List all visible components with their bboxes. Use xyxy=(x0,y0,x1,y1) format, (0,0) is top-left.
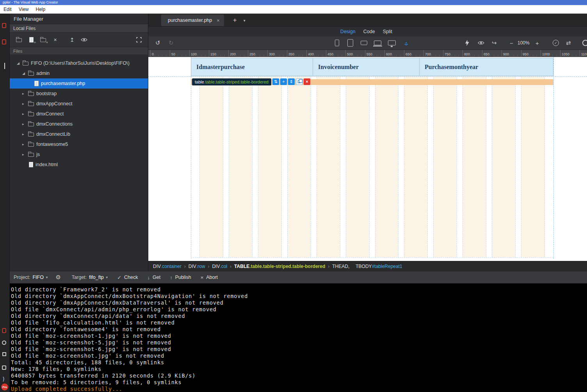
delete-file-button[interactable]: × xyxy=(49,35,61,45)
breadcrumb-div[interactable]: DIV.col xyxy=(212,264,227,269)
tab-purchasemaster-php[interactable]: purchasemaster.php × xyxy=(161,14,224,26)
menu-item-edit[interactable]: Edit xyxy=(0,5,15,14)
design-canvas[interactable]: IdmasterpurchaseInvoicenumberPurchasemon… xyxy=(148,57,587,261)
validate-icon[interactable]: ✓ xyxy=(553,40,559,46)
new-folder-button[interactable]: + xyxy=(37,35,49,45)
table-header-cell-purchasemonthyear[interactable]: Purchasemonthyear xyxy=(420,58,553,76)
collapsed-arrow-icon[interactable]: ▸ xyxy=(22,132,28,136)
breadcrumb-div[interactable]: DIV.container xyxy=(153,264,181,269)
folder-icon xyxy=(28,143,34,147)
get-button[interactable]: ↓Get xyxy=(147,275,160,280)
project-selector[interactable]: Project: FIFO ▾ xyxy=(14,275,48,280)
tab-close-icon[interactable]: × xyxy=(217,18,220,23)
redo-icon[interactable]: ↻ xyxy=(169,39,174,46)
tree-item-dmxconnect[interactable]: ▸dmxConnect xyxy=(10,109,148,119)
element-badge[interactable]: table.table.table-striped.table-bordered xyxy=(192,78,271,85)
table-header-cell-invoicenumber[interactable]: Invoicenumber xyxy=(313,58,420,76)
tree-item-label: js xyxy=(36,152,40,157)
tablet-icon[interactable] xyxy=(347,39,353,47)
dock-icon-fragment[interactable] xyxy=(2,328,6,333)
collapsed-arrow-icon[interactable]: ▸ xyxy=(22,142,28,146)
table-header-row[interactable]: IdmasterpurchaseInvoicenumberPurchasemon… xyxy=(191,58,553,76)
tree-item-fontawesome5[interactable]: ▸fontawesome5 xyxy=(10,139,148,149)
collapsed-arrow-icon[interactable]: ▸ xyxy=(22,112,28,116)
table-header-cell-idmasterpurchase[interactable]: Idmasterpurchase xyxy=(191,58,313,76)
tree-item-js[interactable]: ▸js xyxy=(10,149,148,160)
breadcrumb-thead[interactable]: THEAD, xyxy=(332,264,349,269)
new-file-button[interactable]: + xyxy=(25,35,37,45)
dock-icon-fragment[interactable]: } xyxy=(3,376,4,381)
new-tab-button[interactable]: + xyxy=(230,14,240,26)
view-mode-split[interactable]: Split xyxy=(379,29,396,34)
view-mode-code[interactable]: Code xyxy=(359,29,379,34)
fullscreen-icon[interactable] xyxy=(133,35,145,45)
breadcrumb-div[interactable]: DIV.row xyxy=(189,264,205,269)
breadcrumb-table[interactable]: TABLE.table.table-striped.table-bordered xyxy=(234,264,325,269)
expanded-arrow-icon[interactable]: ◢ xyxy=(17,61,23,65)
local-files-header[interactable]: Local Files xyxy=(10,24,148,33)
collapsed-arrow-icon[interactable]: ▸ xyxy=(22,153,28,156)
laptop-icon[interactable] xyxy=(374,41,381,45)
phone-landscape-icon[interactable] xyxy=(361,41,367,45)
clipped-toolbar-icon xyxy=(582,40,587,46)
zoom-level[interactable]: 100% xyxy=(518,40,530,46)
folder-icon xyxy=(28,92,34,96)
ruler-tick-label: 50 xyxy=(171,52,175,56)
stretch-button[interactable]: ⇕ xyxy=(288,78,295,85)
ruler-tick: 450 xyxy=(326,50,333,57)
tree-item-dmxconnections[interactable]: ▸dmxConnections xyxy=(10,119,148,129)
dock-icon-fragment[interactable] xyxy=(2,23,6,28)
undo-icon[interactable]: ↺ xyxy=(155,39,160,46)
tree-item-label: dmxConnect xyxy=(36,111,64,117)
expanded-arrow-icon[interactable]: ◢ xyxy=(22,71,28,75)
tree-item-admin[interactable]: ◢admin xyxy=(10,68,148,78)
collapsed-arrow-icon[interactable]: ▸ xyxy=(22,122,28,126)
move-vertical-icon: ↕ xyxy=(405,40,408,46)
open-folder-icon xyxy=(23,62,28,66)
insert-button[interactable]: + xyxy=(280,78,287,85)
delete-button[interactable]: × xyxy=(304,78,310,85)
tab-list-caret-icon[interactable]: ▾ xyxy=(240,14,249,26)
preview-eye-icon[interactable] xyxy=(78,35,90,45)
view-mode-design[interactable]: Design xyxy=(336,29,359,34)
open-in-browser-icon[interactable]: ↪ xyxy=(492,39,497,46)
preview-eye-icon[interactable] xyxy=(478,41,484,45)
dock-icon-fragment[interactable] xyxy=(2,341,6,345)
collapsed-arrow-icon[interactable]: ▸ xyxy=(22,102,28,106)
check-button[interactable]: ✓Check xyxy=(117,275,138,280)
upload-file-button[interactable]: ↥ xyxy=(66,35,78,45)
tree-item-dmxappconnect[interactable]: ▸dmxAppConnect xyxy=(10,99,148,109)
sync-icon[interactable]: ⇄ xyxy=(566,39,571,46)
zoom-in-icon[interactable]: + xyxy=(535,40,539,46)
tree-item-dmxconnectlib[interactable]: ▸dmxConnectLib xyxy=(10,129,148,139)
dock-icon-fragment[interactable] xyxy=(2,39,6,44)
collapsed-arrow-icon[interactable]: ▸ xyxy=(22,92,28,96)
target-selector[interactable]: Target: fifo_ftp ▾ xyxy=(72,275,108,280)
element-classes: .table.table-striped.table-bordered xyxy=(204,80,269,84)
duplicate-button[interactable] xyxy=(296,78,302,85)
file-manager-panel: File Manager Local Files + + × ↥ Files ◢… xyxy=(10,14,148,271)
zoom-out-icon[interactable]: − xyxy=(510,40,513,46)
tree-item-purchasemaster-php[interactable]: purchasemaster.php xyxy=(10,78,148,89)
breadcrumb-tbody[interactable]: TBODY#tableRepeat1 xyxy=(356,264,402,269)
publish-button[interactable]: ↑Publish xyxy=(170,275,191,280)
grid-column xyxy=(287,76,311,257)
menubar: EditViewHelp xyxy=(0,5,587,14)
tree-item-bootstrap[interactable]: ▸bootstrap xyxy=(10,89,148,99)
dock-icon-fragment[interactable] xyxy=(2,365,6,370)
move-button[interactable]: ⇅ xyxy=(272,78,279,85)
move-tool-icon[interactable]: ↔ ↕ xyxy=(403,39,410,46)
menu-item-help[interactable]: Help xyxy=(32,5,49,14)
settings-gear-icon[interactable]: ⚙ xyxy=(55,274,60,281)
chevron-right-icon: › xyxy=(230,264,231,269)
abort-button[interactable]: ×Abort xyxy=(201,275,218,280)
tree-item-fifo-d-users-tahorsuijuris-desktop-fifo[interactable]: ◢FIFO (D:\Users\TahorSuiJuris\Desktop\FI… xyxy=(10,58,148,68)
menu-item-view[interactable]: View xyxy=(15,5,32,14)
phone-portrait-icon[interactable] xyxy=(335,40,339,46)
desktop-icon[interactable] xyxy=(388,41,396,46)
dock-icon-fragment[interactable] xyxy=(2,352,6,356)
open-folder-button[interactable] xyxy=(13,35,25,45)
project-value: FIFO xyxy=(32,275,43,280)
tree-item-index-html[interactable]: index.html xyxy=(10,160,148,170)
app-connect-lightning-icon[interactable] xyxy=(465,40,469,46)
